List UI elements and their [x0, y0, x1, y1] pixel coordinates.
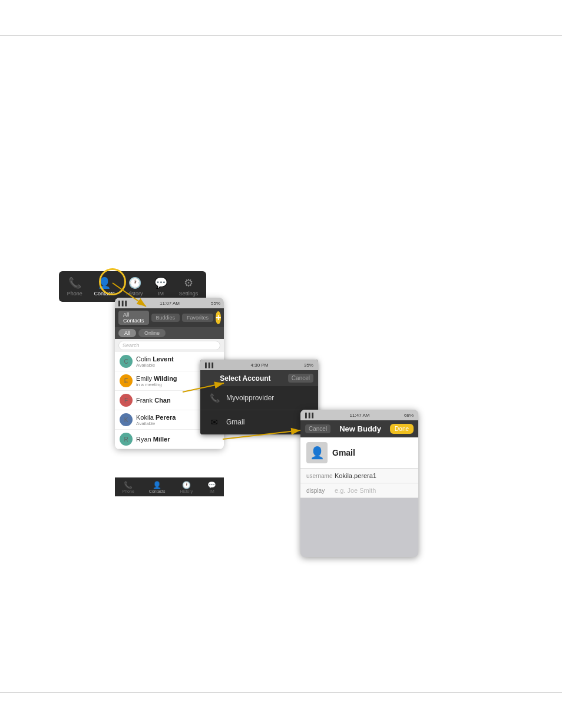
- contact-emily-avatar: E: [120, 374, 133, 387]
- new-buddy-display-field: display e.g. Joe Smith: [300, 483, 418, 498]
- new-buddy-screen: ▌▌▌ 11:47 AM 68% Cancel New Buddy Done 👤…: [300, 410, 418, 557]
- contact-ryan-info: Ryan Miller: [136, 436, 219, 443]
- contact-ryan-name: Ryan Miller: [136, 436, 219, 443]
- contact-colin-avatar: C: [120, 355, 133, 368]
- myvoip-label: Myvoipprovider: [226, 394, 274, 402]
- contacts-filter-row: All Online: [115, 327, 224, 339]
- nb-time: 11:47 AM: [350, 413, 370, 418]
- tab2-history-icon: 🕐: [182, 481, 191, 489]
- display-placeholder[interactable]: e.g. Joe Smith: [335, 487, 376, 494]
- search-input[interactable]: Search: [118, 341, 220, 350]
- new-buddy-cancel-button[interactable]: Cancel: [305, 424, 330, 433]
- tab-favorites[interactable]: Favorites: [182, 314, 213, 322]
- filter-all[interactable]: All: [118, 329, 136, 337]
- username-label: username: [306, 473, 335, 479]
- new-buddy-body: [300, 498, 418, 557]
- nb-battery: 68%: [404, 413, 414, 418]
- tab2-history-label: History: [180, 489, 193, 493]
- username-value[interactable]: Kokila.perera1: [335, 472, 376, 479]
- filter-online[interactable]: Online: [138, 329, 166, 337]
- history-icon: 🕐: [128, 276, 141, 289]
- nb-signal-icon: ▌▌▌: [305, 413, 315, 418]
- tab-settings-label: Settings: [179, 291, 199, 297]
- settings-icon: ⚙: [184, 276, 193, 289]
- select-account-header: Select Account Cancel: [200, 370, 318, 386]
- new-buddy-title: New Buddy: [330, 424, 390, 433]
- sa-signal-icon: ▌▌▌: [205, 363, 215, 368]
- sa-battery: 35%: [304, 363, 313, 368]
- tab-phone-label: Phone: [67, 291, 82, 297]
- new-buddy-header: Cancel New Buddy Done: [300, 420, 418, 437]
- tab2-contacts[interactable]: 👤 Contacts: [149, 481, 166, 493]
- tab-all-contacts[interactable]: All Contacts: [118, 311, 149, 325]
- tab-history[interactable]: 🕐 History: [122, 274, 148, 299]
- tab2-contacts-icon: 👤: [153, 481, 161, 489]
- phone-icon: 📞: [68, 276, 81, 289]
- display-label: display: [306, 487, 335, 494]
- tab2-phone-label: Phone: [123, 489, 134, 493]
- tab-phone[interactable]: 📞 Phone: [62, 274, 87, 299]
- top-rule: [0, 35, 562, 36]
- contact-frank-avatar: F: [120, 394, 133, 407]
- tab2-phone[interactable]: 📞 Phone: [123, 481, 134, 493]
- gmail-label: Gmail: [226, 418, 244, 426]
- myvoip-icon: 📞: [207, 391, 222, 405]
- contact-kokila-avatar: K: [120, 413, 133, 426]
- tab-contacts[interactable]: 👤 Contacts: [89, 274, 120, 299]
- new-buddy-username-field: username Kokila.perera1: [300, 469, 418, 483]
- tab-bar-2-contacts: 📞 Phone 👤 Contacts 🕐 History 💬 IM: [115, 477, 224, 496]
- select-account-cancel[interactable]: Cancel: [288, 374, 313, 383]
- tab2-phone-icon: 📞: [124, 481, 133, 489]
- im-icon: 💬: [154, 276, 167, 289]
- add-contact-button[interactable]: +: [216, 311, 221, 324]
- tab-history-label: History: [127, 291, 143, 297]
- new-buddy-account-name: Gmail: [332, 448, 355, 457]
- tab-contacts-label: Contacts: [94, 291, 115, 297]
- tab-im-label: IM: [158, 291, 164, 297]
- contacts-status-bar: ▌▌▌ 11:07 AM 55%: [115, 298, 224, 308]
- new-buddy-account-row: 👤 Gmail: [300, 437, 418, 469]
- signal-icon: ▌▌▌: [118, 301, 128, 306]
- sa-time: 4:30 PM: [251, 363, 269, 368]
- tab2-im[interactable]: 💬 IM: [207, 481, 216, 493]
- new-buddy-status-bar: ▌▌▌ 11:47 AM 68%: [300, 410, 418, 420]
- tab-im[interactable]: 💬 IM: [150, 274, 172, 299]
- select-account-status-bar: ▌▌▌ 4:30 PM 35%: [200, 360, 318, 370]
- gmail-icon: ✉: [207, 415, 222, 429]
- tab2-contacts-label: Contacts: [149, 489, 166, 493]
- contacts-time: 11:07 AM: [160, 301, 180, 306]
- battery-icon: 55%: [211, 301, 220, 306]
- tab-settings[interactable]: ⚙ Settings: [174, 274, 203, 299]
- tab-buddies[interactable]: Buddies: [151, 314, 180, 322]
- tab2-im-icon: 💬: [207, 481, 216, 489]
- contacts-icon: 👤: [98, 276, 111, 289]
- account-myvoip[interactable]: 📞 Myvoipprovider: [200, 386, 318, 410]
- tab2-history[interactable]: 🕐 History: [180, 481, 193, 493]
- tab2-im-label: IM: [210, 489, 214, 493]
- contacts-tabs-row: All Contacts Buddies Favorites +: [115, 308, 224, 327]
- contact-ryan-avatar: R: [120, 433, 133, 446]
- contacts-search-area: Search: [115, 339, 224, 352]
- select-account-title: Select Account: [205, 374, 286, 383]
- bottom-rule: [0, 692, 562, 693]
- new-buddy-done-button[interactable]: Done: [390, 424, 414, 434]
- new-buddy-account-avatar: 👤: [306, 442, 328, 463]
